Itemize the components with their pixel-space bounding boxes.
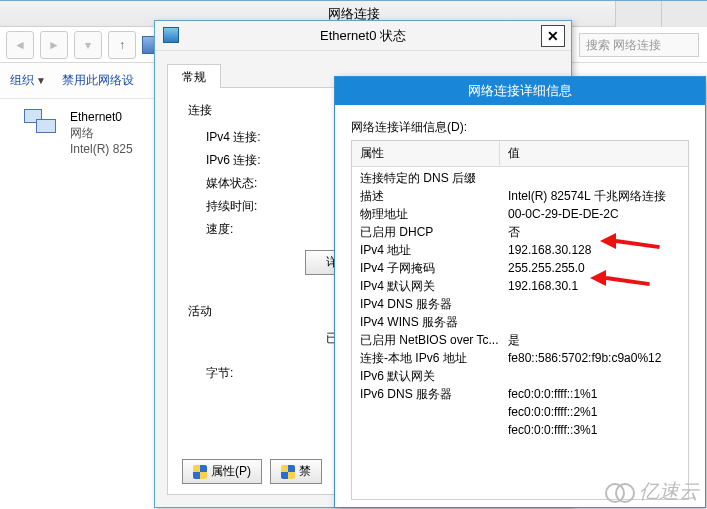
connection-desc: Intel(R) 825 <box>70 141 148 157</box>
connection-list-item[interactable]: Ethernet0 网络 Intel(R) 825 <box>22 109 152 157</box>
details-row[interactable]: 已启用 NetBIOS over Tc...是 <box>352 331 688 349</box>
details-row[interactable]: IPv4 子网掩码255.255.255.0 <box>352 259 688 277</box>
details-row-value <box>500 295 688 313</box>
disable-device-command[interactable]: 禁用此网络设 <box>62 72 134 89</box>
details-row-value: fec0:0:0:ffff::3%1 <box>500 421 688 439</box>
shield-icon <box>281 465 295 479</box>
details-row-value: 192.168.30.128 <box>500 241 688 259</box>
status-titlebar: Ethernet0 状态 ✕ <box>155 21 571 51</box>
details-title: 网络连接详细信息 <box>335 77 705 105</box>
nav-up-button[interactable]: ↑ <box>108 31 136 59</box>
col-property[interactable]: 属性 <box>352 141 500 166</box>
details-row-property: IPv4 DNS 服务器 <box>352 295 500 313</box>
window-controls <box>615 1 707 27</box>
organize-menu[interactable]: 组织▼ <box>10 72 46 89</box>
details-row-value <box>500 313 688 331</box>
nav-history-button[interactable]: ▾ <box>74 31 102 59</box>
properties-label: 属性(P) <box>211 463 251 480</box>
details-row-property: IPv4 地址 <box>352 241 500 259</box>
connection-name: Ethernet0 <box>70 109 148 125</box>
details-row-property: 连接特定的 DNS 后缀 <box>352 169 500 187</box>
details-row-property: IPv6 默认网关 <box>352 367 500 385</box>
details-row-value <box>500 169 688 187</box>
details-row-value: 是 <box>500 331 688 349</box>
details-row-property: IPv4 默认网关 <box>352 277 500 295</box>
details-row[interactable]: IPv4 WINS 服务器 <box>352 313 688 331</box>
watermark-icon <box>605 483 635 501</box>
details-row-value: fe80::586:5702:f9b:c9a0%12 <box>500 349 688 367</box>
details-row-property: IPv6 DNS 服务器 <box>352 385 500 403</box>
details-row-property: IPv4 WINS 服务器 <box>352 313 500 331</box>
status-close-button[interactable]: ✕ <box>541 25 565 47</box>
status-title: Ethernet0 状态 <box>320 27 406 45</box>
chevron-down-icon: ▼ <box>36 75 46 86</box>
details-row[interactable]: 物理地址00-0C-29-DE-DE-2C <box>352 205 688 223</box>
nav-fwd-button[interactable]: ► <box>40 31 68 59</box>
connection-status: 网络 <box>70 125 148 141</box>
disable-button[interactable]: 禁 <box>270 459 322 484</box>
details-row[interactable]: fec0:0:0:ffff::3%1 <box>352 421 688 439</box>
details-row[interactable]: 描述Intel(R) 82574L 千兆网络连接 <box>352 187 688 205</box>
details-row-property: IPv4 子网掩码 <box>352 259 500 277</box>
properties-button[interactable]: 属性(P) <box>182 459 262 484</box>
watermark: 亿速云 <box>605 478 699 505</box>
tab-general[interactable]: 常规 <box>167 64 221 88</box>
disable-label: 禁 <box>299 463 311 480</box>
details-list-label: 网络连接详细信息(D): <box>351 119 689 136</box>
details-row-property <box>352 421 500 439</box>
details-row[interactable]: 连接-本地 IPv6 地址fe80::586:5702:f9b:c9a0%12 <box>352 349 688 367</box>
details-row[interactable]: IPv6 默认网关 <box>352 367 688 385</box>
ipv6-conn-label: IPv6 连接: <box>206 152 316 169</box>
connection-details-dialog: 网络连接详细信息 网络连接详细信息(D): 属性 值 连接特定的 DNS 后缀描… <box>334 76 706 508</box>
details-row[interactable]: IPv6 DNS 服务器fec0:0:0:ffff::1%1 <box>352 385 688 403</box>
shield-icon <box>193 465 207 479</box>
details-row[interactable]: 已启用 DHCP否 <box>352 223 688 241</box>
details-row-property: 已启用 DHCP <box>352 223 500 241</box>
details-row[interactable]: IPv4 DNS 服务器 <box>352 295 688 313</box>
details-row[interactable]: 连接特定的 DNS 后缀 <box>352 169 688 187</box>
status-title-icon <box>163 27 179 43</box>
duration-label: 持续时间: <box>206 198 316 215</box>
details-row-value: fec0:0:0:ffff::1%1 <box>500 385 688 403</box>
details-row-value: 否 <box>500 223 688 241</box>
details-row-property: 物理地址 <box>352 205 500 223</box>
speed-label: 速度: <box>206 221 316 238</box>
details-row-value: fec0:0:0:ffff::2%1 <box>500 403 688 421</box>
details-row-property: 已启用 NetBIOS over Tc... <box>352 331 500 349</box>
details-row-value <box>500 367 688 385</box>
organize-label: 组织 <box>10 73 34 87</box>
details-list[interactable]: 属性 值 连接特定的 DNS 后缀描述Intel(R) 82574L 千兆网络连… <box>351 140 689 500</box>
details-rows: 连接特定的 DNS 后缀描述Intel(R) 82574L 千兆网络连接物理地址… <box>352 167 688 441</box>
details-row-property: 描述 <box>352 187 500 205</box>
details-row-value: 00-0C-29-DE-DE-2C <box>500 205 688 223</box>
details-row[interactable]: fec0:0:0:ffff::2%1 <box>352 403 688 421</box>
ipv4-conn-label: IPv4 连接: <box>206 129 316 146</box>
details-row-property: 连接-本地 IPv6 地址 <box>352 349 500 367</box>
connection-texts: Ethernet0 网络 Intel(R) 825 <box>70 109 148 157</box>
folder-search-input[interactable]: 搜索 网络连接 <box>579 33 699 57</box>
media-state-label: 媒体状态: <box>206 175 316 192</box>
details-row-value: Intel(R) 82574L 千兆网络连接 <box>500 187 688 205</box>
network-adapter-icon <box>22 109 62 143</box>
watermark-text: 亿速云 <box>639 478 699 505</box>
col-value[interactable]: 值 <box>500 141 688 166</box>
nav-back-button[interactable]: ◄ <box>6 31 34 59</box>
minimize-button[interactable] <box>615 1 661 27</box>
details-row-property <box>352 403 500 421</box>
maximize-button[interactable] <box>661 1 707 27</box>
details-body: 网络连接详细信息(D): 属性 值 连接特定的 DNS 后缀描述Intel(R)… <box>335 105 705 508</box>
details-list-header: 属性 值 <box>352 141 688 167</box>
